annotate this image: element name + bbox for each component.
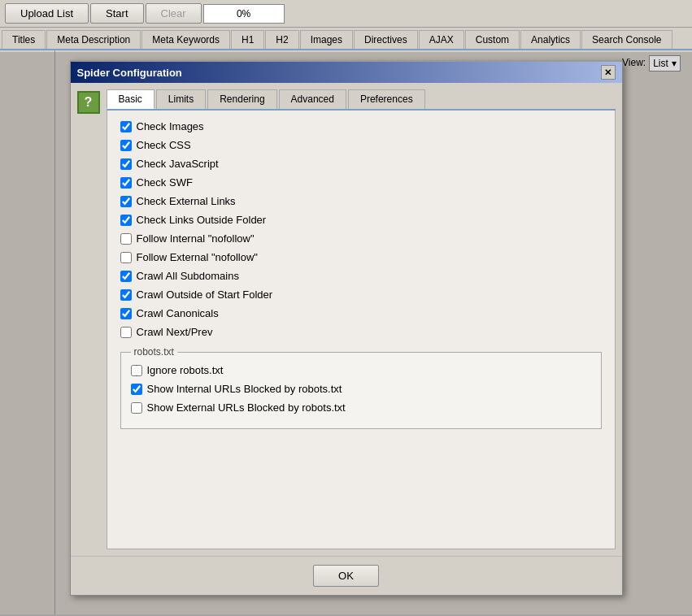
follow-external-nofollow-checkbox[interactable] [120,252,132,263]
help-button[interactable]: ? [77,91,100,114]
toolbar: Upload List Start Clear 0% [0,0,692,28]
dialog-title: Spider Configuration [77,67,182,79]
main-tab-bar: Titles Meta Description Meta Keywords H1… [0,28,692,50]
show-external-blocked-label: Show External URLs Blocked by robots.txt [147,401,346,414]
dialog-close-button[interactable]: ✕ [601,65,616,80]
robots-fieldset: robots.txt Ignore robots.txt Show Intern… [120,346,602,429]
check-images-label: Check Images [137,120,204,132]
start-button[interactable]: Start [90,3,143,24]
checkbox-row-crawl-canonicals: Crawl Canonicals [120,307,602,319]
check-javascript-checkbox[interactable] [120,158,132,170]
checkbox-row-check-swf: Check SWF [120,176,602,189]
check-swf-label: Check SWF [137,176,193,189]
crawl-outside-start-folder-checkbox[interactable] [120,289,132,301]
show-external-blocked-checkbox[interactable] [131,402,142,414]
tab-rendering[interactable]: Rendering [207,89,276,109]
tab-meta-keywords[interactable]: Meta Keywords [141,30,230,49]
tab-images[interactable]: Images [300,30,353,49]
crawl-outside-start-folder-label: Crawl Outside of Start Folder [137,288,273,301]
checkbox-row-check-links-outside-folder: Check Links Outside Folder [120,214,602,226]
checkbox-row-ignore-robots: Ignore robots.txt [131,364,591,376]
tab-analytics[interactable]: Analytics [520,30,581,49]
checkbox-row-follow-internal-nofollow: Follow Internal "nofollow" [120,232,602,245]
progress-bar: 0% [203,4,285,24]
checkbox-row-follow-external-nofollow: Follow External "nofollow" [120,251,602,263]
inner-tab-bar: Basic Limits Rendering Advanced Preferen… [107,89,616,111]
inner-tabs-area: Basic Limits Rendering Advanced Preferen… [107,89,616,549]
check-external-links-label: Check External Links [137,195,236,207]
tab-ajax[interactable]: AJAX [419,30,464,49]
follow-internal-nofollow-label: Follow Internal "nofollow" [137,232,255,245]
tab-search-console[interactable]: Search Console [581,30,672,49]
robots-fieldset-legend: robots.txt [131,346,177,358]
show-internal-blocked-label: Show Internal URLs Blocked by robots.txt [147,383,342,395]
crawl-next-prev-label: Crawl Next/Prev [137,326,213,338]
checkbox-row-check-external-links: Check External Links [120,195,602,207]
basic-tab-panel: Check Images Check CSS Check JavaScript … [107,111,616,549]
crawl-next-prev-checkbox[interactable] [120,327,132,338]
tab-directives[interactable]: Directives [354,30,418,49]
tab-h1[interactable]: H1 [231,30,264,49]
follow-external-nofollow-label: Follow External "nofollow" [137,251,258,263]
tab-preferences[interactable]: Preferences [348,89,425,109]
checkbox-row-check-images: Check Images [120,120,602,132]
ignore-robots-label: Ignore robots.txt [147,364,224,376]
checkbox-row-check-javascript: Check JavaScript [120,158,602,170]
check-external-links-checkbox[interactable] [120,196,132,207]
tab-meta-description[interactable]: Meta Description [46,30,141,49]
upload-list-button[interactable]: Upload List [5,3,89,24]
tab-h2[interactable]: H2 [265,30,298,49]
dialog-title-bar: Spider Configuration ✕ [71,62,622,83]
tab-basic[interactable]: Basic [107,89,155,109]
crawl-all-subdomains-label: Crawl All Subdomains [137,270,239,282]
crawl-all-subdomains-checkbox[interactable] [120,271,132,282]
tab-titles[interactable]: Titles [2,30,46,49]
checkbox-row-check-css: Check CSS [120,139,602,151]
tab-custom[interactable]: Custom [465,30,520,49]
modal-overlay: Spider Configuration ✕ ? Basic Limits Re… [0,52,692,616]
checkbox-row-show-internal-blocked: Show Internal URLs Blocked by robots.txt [131,383,591,395]
crawl-canonicals-checkbox[interactable] [120,308,132,319]
tab-limits[interactable]: Limits [156,89,206,109]
checkbox-row-show-external-blocked: Show External URLs Blocked by robots.txt [131,401,591,414]
follow-internal-nofollow-checkbox[interactable] [120,233,132,245]
checkbox-row-crawl-next-prev: Crawl Next/Prev [120,326,602,338]
check-css-label: Check CSS [137,139,191,151]
check-links-outside-folder-label: Check Links Outside Folder [137,214,267,226]
ok-button[interactable]: OK [313,565,379,587]
check-images-checkbox[interactable] [120,121,132,132]
tab-advanced[interactable]: Advanced [279,89,346,109]
dialog-footer: OK [71,556,622,595]
spider-config-dialog: Spider Configuration ✕ ? Basic Limits Re… [70,60,623,596]
ignore-robots-checkbox[interactable] [131,365,142,376]
crawl-canonicals-label: Crawl Canonicals [137,307,219,319]
check-links-outside-folder-checkbox[interactable] [120,215,132,226]
check-javascript-label: Check JavaScript [137,158,219,170]
check-css-checkbox[interactable] [120,140,132,151]
checkbox-row-crawl-all-subdomains: Crawl All Subdomains [120,270,602,282]
show-internal-blocked-checkbox[interactable] [131,384,142,395]
checkbox-row-crawl-outside-start-folder: Crawl Outside of Start Folder [120,288,602,301]
check-swf-checkbox[interactable] [120,177,132,189]
clear-button[interactable]: Clear [146,3,202,24]
dialog-body: ? Basic Limits Rendering Advanced Prefer… [71,83,622,556]
